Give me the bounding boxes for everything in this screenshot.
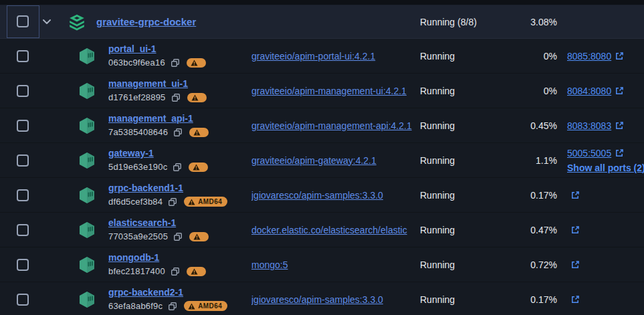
container-name-link[interactable]: gateway-1 [108,148,154,159]
arch-badge [189,232,209,241]
port-link[interactable]: 5005:5005 [567,146,611,160]
copy-icon[interactable] [171,58,180,68]
port-link[interactable]: 8083:8083 [567,119,611,132]
image-cell: graviteeio/apim-management-api:4.2.1 [251,108,416,142]
copy-icon[interactable] [173,128,183,137]
port-link[interactable]: 8085:8080 [567,49,611,63]
status-text: Running [420,143,455,177]
ports-cell [567,178,642,212]
container-row: gateway-1 5d19e63e190c [0,143,644,178]
chevron-down-icon[interactable] [43,19,51,25]
ports-cell: 8083:8083 [567,108,642,142]
ports-cell: 8084:8080 [567,74,642,108]
container-name-link[interactable]: mongodb-1 [108,252,159,263]
external-link-icon[interactable] [570,260,580,270]
image-link[interactable]: jgiovaresco/apim-samples:3.3.0 [251,294,383,305]
row-checkbox[interactable] [17,294,29,306]
container-name-link[interactable]: elasticsearch-1 [108,217,176,228]
status-text: Running [420,108,455,142]
external-link-icon[interactable] [615,121,624,130]
ports-cell: 8085:8080 [567,39,642,73]
image-cell: mongo:5 [251,247,416,282]
copy-icon[interactable] [168,197,177,207]
external-link-icon[interactable] [615,148,624,158]
row-checkbox[interactable] [17,50,29,62]
copy-icon[interactable] [173,232,183,241]
container-name-block: grpc-backend2-1 63efa8ab6f9c AMD64 [108,286,249,311]
row-checkbox[interactable] [17,120,29,132]
image-link[interactable]: graviteeio/apim-gateway:4.2.1 [251,155,377,166]
arch-badge [189,128,209,137]
row-checkbox[interactable] [17,154,29,167]
warning-icon [193,164,200,171]
container-name-block: portal_ui-1 063bc9f6ea16 [108,43,249,68]
arch-badge: AMD64 [184,197,227,207]
container-name-link[interactable]: management_ui-1 [108,78,188,89]
image-link[interactable]: docker.elastic.co/elasticsearch/elastic [251,225,407,235]
container-icon [78,187,96,204]
compose-group-row: gravitee-grpc-docker Running (8/8) 3.08% [0,5,644,39]
row-checkbox[interactable] [17,224,29,236]
container-icon [78,82,96,100]
external-link-icon[interactable] [570,191,580,200]
container-name-block: gateway-1 5d19e63e190c [108,147,249,172]
container-icon [78,221,96,239]
image-link[interactable]: mongo:5 [251,259,288,270]
image-link[interactable]: graviteeio/apim-portal-ui:4.2.1 [251,51,375,62]
container-icon [78,117,96,134]
container-name-link[interactable]: management_api-1 [108,113,193,124]
image-cell: graviteeio/apim-portal-ui:4.2.1 [251,39,416,73]
container-row: elasticsearch-1 77035a9e2505 [0,213,644,247]
container-name-link[interactable]: grpc-backend2-1 [108,287,183,298]
show-all-ports-link[interactable]: Show all ports (2) [567,161,642,175]
ports-cell [567,247,642,282]
ports-cell [567,282,642,315]
group-name-link[interactable]: gravitee-grpc-docker [96,16,196,27]
container-id: 5d19e63e190c [108,162,167,172]
group-cpu-percentage: 3.08% [497,5,557,38]
group-status: Running (8/8) [420,5,477,38]
image-link[interactable]: jgiovaresco/apim-samples:3.3.0 [251,190,383,201]
external-link-icon[interactable] [570,225,580,235]
container-name-block: management_ui-1 d1761ef28895 [108,78,249,102]
image-cell: jgiovaresco/apim-samples:3.3.0 [251,282,416,315]
image-cell: graviteeio/apim-management-ui:4.2.1 [251,74,416,108]
container-name-link[interactable]: grpc-backend1-1 [108,183,183,193]
container-id: 063bc9f6ea16 [108,58,165,68]
copy-icon[interactable] [171,93,181,102]
container-name-link[interactable]: portal_ui-1 [108,43,156,54]
row-checkbox[interactable] [17,85,29,97]
image-link[interactable]: graviteeio/apim-management-ui:4.2.1 [251,86,407,96]
copy-icon[interactable] [173,163,182,172]
container-row: grpc-backend1-1 df6d5cef3b84 AMD64 [0,178,644,213]
arch-badge-label: AMD64 [198,198,222,205]
arch-badge-label: AMD64 [198,302,222,310]
status-text: Running [420,39,455,73]
container-id: d1761ef28895 [108,92,166,102]
status-text: Running [420,178,455,212]
warning-icon [191,268,198,275]
external-link-icon[interactable] [615,86,624,96]
row-checkbox[interactable] [17,259,29,271]
copy-icon[interactable] [168,302,177,311]
cpu-percentage: 0.17% [497,178,557,212]
table-top-edge [0,0,644,5]
container-name-block: management_api-1 7a5385408646 [108,112,249,137]
row-checkbox[interactable] [17,189,29,201]
copy-icon[interactable] [171,267,180,276]
cpu-percentage: 1.1% [497,143,557,177]
image-link[interactable]: graviteeio/apim-management-api:4.2.1 [251,120,412,131]
container-id: 77035a9e2505 [108,231,168,241]
container-row: management_api-1 7a5385408646 [0,108,644,143]
port-link[interactable]: 8084:8080 [567,84,611,98]
ports-cell: 5005:5005 Show all ports (2) [567,143,642,177]
warning-icon [188,303,195,310]
external-link-icon[interactable] [615,51,624,61]
group-checkbox[interactable] [17,15,29,27]
cpu-percentage: 0.17% [497,282,557,315]
external-link-icon[interactable] [570,295,580,304]
container-id: bfec21817400 [108,266,165,276]
container-row: management_ui-1 d1761ef28895 [0,74,644,108]
container-icon [78,47,96,65]
warning-icon [193,233,201,240]
